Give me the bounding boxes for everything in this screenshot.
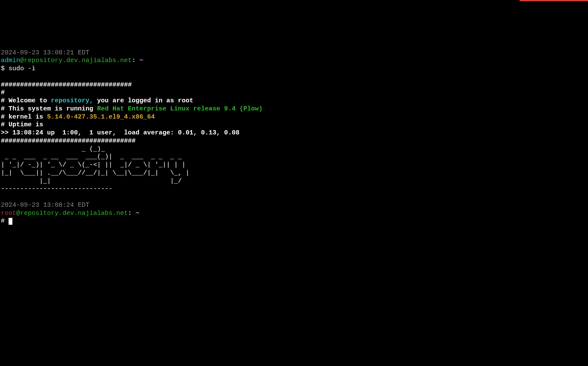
motd-kernel-pre: # kernel is (1, 113, 47, 121)
timestamp-2: 2024-09-23 13:08:24 EDT (1, 202, 89, 209)
motd-welcome-user: root (178, 97, 193, 104)
motd-welcome-mid: you are logged in as (93, 97, 178, 104)
motd-bar-1: ################################## (1, 81, 132, 89)
motd-os-name: Red Hat Enterprise Linux release 9.4 (Pl… (97, 105, 263, 113)
ascii-l3: | '_|/ -_)| '_ \/ _ \(_-<| || _|/ _ \| '… (1, 161, 186, 169)
motd-hash-1: # (1, 89, 5, 96)
cursor-icon[interactable] (9, 218, 12, 225)
motd-bar-2: ################################### (1, 137, 136, 145)
timestamp-1: 2024-09-23 13:08:21 EDT (1, 49, 89, 57)
motd-uptime-pre: # Uptime is (1, 121, 43, 128)
motd-uptime-line: >> 13:08:24 up 1:00, 1 user, load averag… (1, 129, 239, 137)
ascii-l2: _ _ ___ _ __ ___ ___(_)| _ ___ _ _ _ _ (1, 153, 182, 161)
motd-kernel-name: 5.14.0-427.35.1.el9_4.x86_64 (47, 113, 155, 121)
prompt1-user: admin (1, 57, 20, 64)
prompt1-at: @ (20, 57, 24, 64)
prompt2-suffix: : ~ (128, 210, 139, 217)
top-red-bar (520, 0, 588, 1)
motd-welcome-pre: # Welcome to (1, 97, 51, 104)
prompt2-host: repository.dev.najialabs.net (20, 210, 128, 217)
prompt1-ps: $ (1, 65, 9, 72)
prompt2-ps: # (1, 217, 9, 225)
terminal-output[interactable]: 2024-09-23 13:08:21 EDT admin@repository… (1, 49, 587, 226)
ascii-l6: ----------------------------- (1, 185, 112, 193)
ascii-l4: |_| \___|| .__/\___//__/|_| \__|\___/|_|… (1, 170, 189, 177)
prompt1-host: repository.dev.najialabs.net (24, 57, 132, 64)
motd-os-pre: # This system is running (1, 105, 97, 113)
prompt1-suffix: : ~ (132, 57, 143, 64)
motd-welcome-repo: repository, (51, 97, 93, 104)
prompt2-user: root (1, 210, 16, 217)
ascii-l1: _ (_)_ (1, 146, 105, 153)
prompt2-at: @ (16, 210, 20, 217)
ascii-l5: |_| |_/ (1, 178, 182, 185)
command-1: sudo -i (9, 65, 35, 72)
